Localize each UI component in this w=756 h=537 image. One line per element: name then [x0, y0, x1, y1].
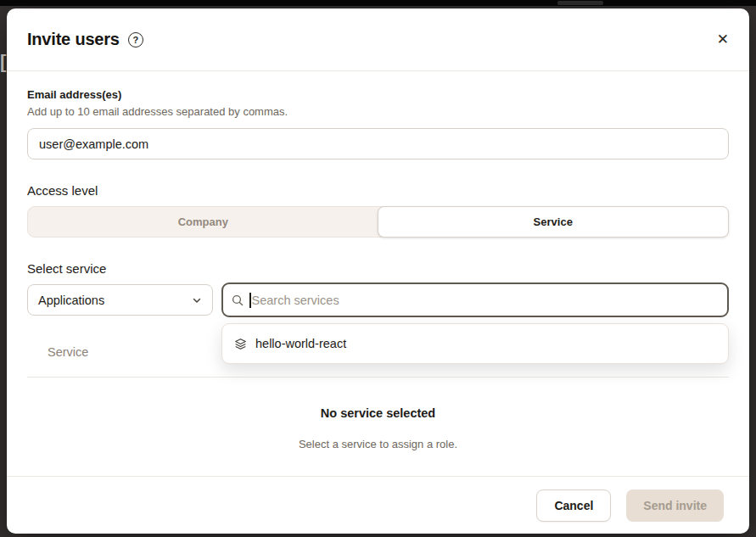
obscured-page-text: [: [0, 51, 6, 73]
obscured-topbar-button: [557, 1, 603, 5]
text-cursor: [249, 293, 251, 308]
select-service-label: Select service: [27, 261, 729, 276]
empty-state-title: No service selected: [27, 406, 729, 420]
modal-header: Invite users ? ✕: [7, 8, 749, 71]
search-icon: [232, 294, 244, 306]
help-icon[interactable]: ?: [128, 32, 143, 48]
select-service-row: Applications: [27, 282, 729, 317]
email-helper-text: Add up to 10 email addresses separated b…: [27, 105, 729, 118]
service-search-box[interactable]: [221, 282, 729, 317]
email-field[interactable]: [27, 128, 729, 159]
service-result-label: hello-world-react: [255, 337, 346, 350]
chevron-down-icon: [192, 295, 202, 305]
close-icon[interactable]: ✕: [717, 32, 729, 47]
modal-footer: Cancel Send invite: [7, 476, 749, 534]
service-type-dropdown-value: Applications: [38, 294, 104, 307]
service-type-dropdown[interactable]: Applications: [27, 284, 213, 316]
search-results-popover: hello-world-react: [221, 323, 729, 364]
modal-body: Email address(es) Add up to 10 email add…: [7, 71, 749, 476]
service-result-item[interactable]: hello-world-react: [226, 327, 725, 360]
obscured-topbar: [0, 0, 756, 6]
empty-state-subtitle: Select a service to assign a role.: [27, 438, 729, 450]
email-label: Email address(es): [27, 88, 729, 101]
cancel-button[interactable]: Cancel: [536, 489, 611, 522]
send-invite-button[interactable]: Send invite: [626, 489, 724, 522]
invite-users-modal: Invite users ? ✕ Email address(es) Add u…: [7, 8, 749, 534]
access-level-label: Access level: [27, 183, 729, 198]
segment-company[interactable]: Company: [28, 207, 378, 237]
search-input[interactable]: [252, 294, 720, 307]
modal-title: Invite users: [27, 30, 120, 49]
access-level-segmented-control: Company Service: [27, 206, 729, 238]
empty-state: No service selected Select a service to …: [27, 378, 729, 450]
segment-service[interactable]: Service: [378, 206, 730, 238]
layers-icon: [234, 338, 247, 350]
